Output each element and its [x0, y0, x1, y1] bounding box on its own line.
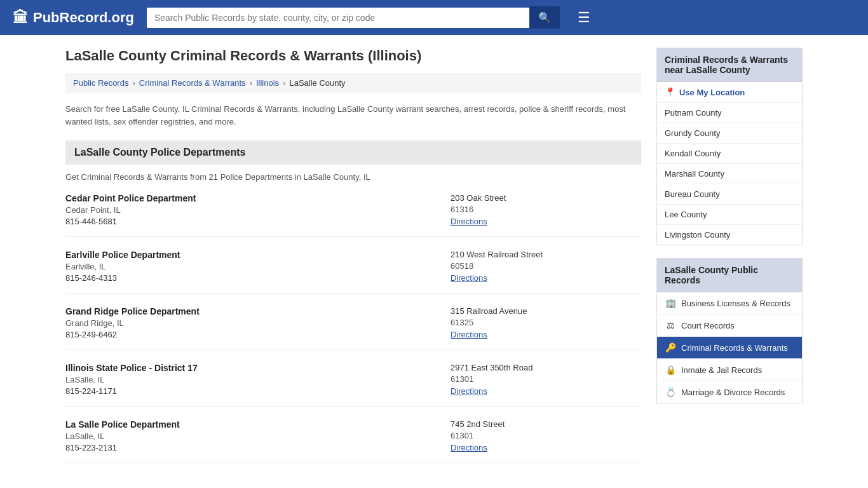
department-list: Cedar Point Police Department Cedar Poin…: [65, 193, 641, 463]
section-header: LaSalle County Police Departments: [65, 140, 641, 165]
record-item[interactable]: ⚖ Court Records: [657, 315, 802, 337]
breadcrumb-sep-1: ›: [132, 78, 135, 88]
table-row: Earlville Police Department Earlville, I…: [65, 250, 641, 294]
page-description: Search for free LaSalle County, IL Crimi…: [65, 103, 641, 128]
location-icon: 📍: [665, 87, 675, 97]
breadcrumb-illinois[interactable]: Illinois: [256, 78, 279, 88]
table-row: Illinois State Police - District 17 LaSa…: [65, 363, 641, 407]
record-label: Court Records: [681, 321, 735, 330]
dept-zip: 61316: [451, 205, 641, 214]
record-icon: ⚖: [665, 320, 676, 330]
dept-directions[interactable]: Directions: [451, 386, 641, 396]
dept-address: 210 West Railroad Street: [451, 250, 641, 259]
search-icon: 🔍: [538, 12, 551, 23]
dept-name: Earlville Police Department: [65, 250, 451, 260]
nearby-county-item[interactable]: Putnam County: [657, 103, 802, 123]
sidebar: Criminal Records & Warrants near LaSalle…: [656, 48, 803, 476]
dept-left-0: Cedar Point Police Department Cedar Poin…: [65, 193, 451, 226]
dept-left-1: Earlville Police Department Earlville, I…: [65, 250, 451, 283]
dept-directions[interactable]: Directions: [451, 216, 641, 226]
dept-right-3: 2971 East 350th Road 61301 Directions: [451, 363, 641, 396]
table-row: Cedar Point Police Department Cedar Poin…: [65, 193, 641, 237]
record-icon: 💍: [665, 387, 676, 397]
directions-link[interactable]: Directions: [451, 443, 487, 452]
dept-phone: 815-223-2131: [65, 443, 451, 452]
record-label: Criminal Records & Warrants: [681, 343, 788, 353]
directions-link[interactable]: Directions: [451, 217, 487, 226]
directions-link[interactable]: Directions: [451, 273, 487, 283]
section-subtext: Get Criminal Records & Warrants from 21 …: [65, 172, 641, 182]
dept-right-0: 203 Oak Street 61316 Directions: [451, 193, 641, 226]
breadcrumb-sep-3: ›: [283, 78, 285, 88]
dept-zip: 61325: [451, 318, 641, 327]
record-item[interactable]: 🔒 Inmate & Jail Records: [657, 359, 802, 381]
search-input[interactable]: [147, 8, 529, 28]
dept-right-4: 745 2nd Street 61301 Directions: [451, 419, 641, 452]
dept-zip: 60518: [451, 261, 641, 271]
page-title: LaSalle County Criminal Records & Warran…: [65, 48, 641, 64]
dept-left-4: La Salle Police Department LaSalle, IL 8…: [65, 419, 451, 452]
record-item[interactable]: 💍 Marriage & Divorce Records: [657, 381, 802, 403]
directions-link[interactable]: Directions: [451, 330, 487, 339]
dept-address: 2971 East 350th Road: [451, 363, 641, 372]
search-button[interactable]: 🔍: [529, 6, 560, 29]
record-icon: 🏢: [665, 298, 676, 308]
dept-directions[interactable]: Directions: [451, 273, 641, 283]
dept-city: LaSalle, IL: [65, 431, 451, 441]
nearby-county-item[interactable]: Livingston County: [657, 225, 802, 245]
nearby-counties-list: Putnam CountyGrundy CountyKendall County…: [657, 103, 802, 245]
nearby-county-item[interactable]: Kendall County: [657, 144, 802, 164]
sidebar-public-records: LaSalle County Public Records 🏢 Business…: [656, 258, 803, 403]
record-item[interactable]: 🔑 Criminal Records & Warrants: [657, 337, 802, 359]
dept-phone: 815-224-1171: [65, 386, 451, 396]
table-row: Grand Ridge Police Department Grand Ridg…: [65, 306, 641, 350]
dept-address: 315 Railroad Avenue: [451, 306, 641, 316]
sidebar-nearby: Criminal Records & Warrants near LaSalle…: [656, 48, 803, 245]
nearby-county-item[interactable]: Grundy County: [657, 123, 802, 144]
search-bar: 🔍: [147, 6, 560, 29]
logo-text: PubRecord.org: [33, 10, 134, 26]
breadcrumb-criminal-records[interactable]: Criminal Records & Warrants: [139, 78, 246, 88]
nearby-county-item[interactable]: Marshall County: [657, 164, 802, 184]
main-container: LaSalle County Criminal Records & Warran…: [53, 35, 815, 488]
dept-left-2: Grand Ridge Police Department Grand Ridg…: [65, 306, 451, 339]
breadcrumb-public-records[interactable]: Public Records: [73, 78, 128, 88]
nearby-county-item[interactable]: Bureau County: [657, 184, 802, 205]
record-icon: 🔒: [665, 365, 676, 375]
dept-phone: 815-246-4313: [65, 273, 451, 283]
use-my-location-label: Use My Location: [679, 88, 745, 97]
breadcrumb-current: LaSalle County: [289, 78, 345, 88]
menu-button[interactable]: ☰: [578, 10, 590, 26]
table-row: La Salle Police Department LaSalle, IL 8…: [65, 419, 641, 463]
dept-directions[interactable]: Directions: [451, 442, 641, 452]
hamburger-icon: ☰: [578, 10, 590, 25]
dept-name: Illinois State Police - District 17: [65, 363, 451, 373]
dept-city: Grand Ridge, IL: [65, 318, 451, 328]
dept-directions[interactable]: Directions: [451, 329, 641, 339]
dept-name: Cedar Point Police Department: [65, 193, 451, 203]
dept-phone: 815-446-5681: [65, 217, 451, 226]
dept-name: La Salle Police Department: [65, 419, 451, 430]
record-icon: 🔑: [665, 342, 676, 353]
public-records-list: 🏢 Business Licenses & Records ⚖ Court Re…: [657, 292, 802, 403]
dept-name: Grand Ridge Police Department: [65, 306, 451, 316]
dept-zip: 61301: [451, 431, 641, 440]
public-records-title: LaSalle County Public Records: [657, 259, 802, 292]
dept-zip: 61301: [451, 374, 641, 384]
dept-city: Cedar Point, IL: [65, 205, 451, 215]
nearby-county-item[interactable]: Lee County: [657, 205, 802, 225]
dept-right-2: 315 Railroad Avenue 61325 Directions: [451, 306, 641, 339]
breadcrumb-sep-2: ›: [250, 78, 252, 88]
breadcrumb: Public Records › Criminal Records & Warr…: [65, 73, 641, 93]
dept-city: Earlville, IL: [65, 262, 451, 271]
use-my-location[interactable]: 📍 Use My Location: [657, 82, 802, 103]
directions-link[interactable]: Directions: [451, 386, 487, 396]
dept-phone: 815-249-6462: [65, 330, 451, 339]
dept-city: LaSalle, IL: [65, 375, 451, 384]
record-item[interactable]: 🏢 Business Licenses & Records: [657, 292, 802, 315]
dept-left-3: Illinois State Police - District 17 LaSa…: [65, 363, 451, 396]
logo-icon: 🏛: [13, 9, 28, 27]
dept-right-1: 210 West Railroad Street 60518 Direction…: [451, 250, 641, 283]
site-header: 🏛 PubRecord.org 🔍 ☰: [0, 0, 868, 35]
site-logo[interactable]: 🏛 PubRecord.org: [13, 9, 134, 27]
